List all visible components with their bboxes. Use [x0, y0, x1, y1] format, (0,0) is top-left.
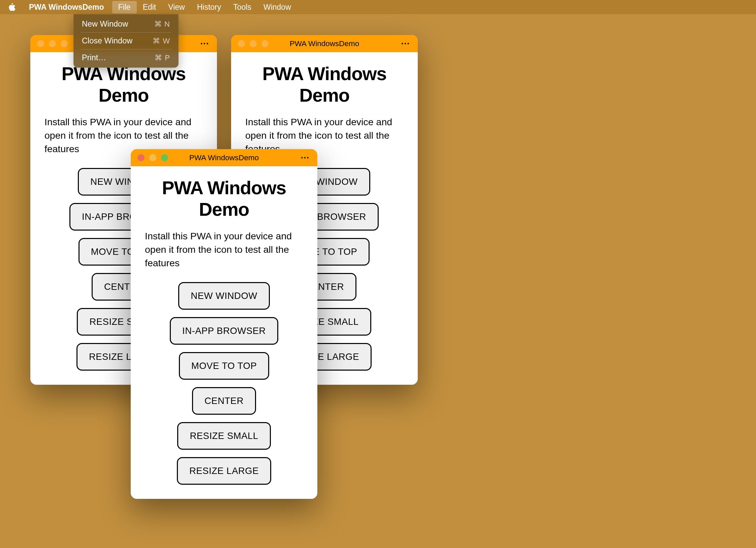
menubar-history[interactable]: History — [191, 1, 227, 13]
apple-logo-icon[interactable] — [8, 3, 16, 11]
zoom-icon[interactable] — [261, 40, 269, 47]
menubar-tools[interactable]: Tools — [227, 1, 257, 13]
title-bar[interactable]: PWA WindowsDemo ⋯ — [131, 149, 317, 166]
dropdown-item-shortcut: ⌘ W — [153, 37, 170, 45]
menubar-view[interactable]: View — [162, 1, 191, 13]
traffic-lights — [137, 154, 168, 161]
more-icon[interactable]: ⋯ — [300, 152, 311, 163]
minimize-icon[interactable] — [149, 154, 156, 161]
dropdown-item-label: Print… — [82, 53, 106, 62]
dropdown-new-window[interactable]: New Window ⌘ N — [74, 18, 178, 31]
title-bar[interactable]: PWA WindowsDemo ⋯ — [231, 35, 418, 52]
page-title: PWA Windows Demo — [145, 177, 303, 220]
resize-large-button[interactable]: RESIZE LARGE — [177, 457, 271, 485]
dropdown-item-label: New Window — [82, 20, 128, 29]
dropdown-item-label: Close Window — [82, 36, 132, 45]
dropdown-print[interactable]: Print… ⌘ P — [74, 51, 178, 64]
page-title: PWA Windows Demo — [245, 63, 404, 106]
dropdown-item-shortcut: ⌘ N — [154, 20, 170, 29]
close-icon[interactable] — [238, 40, 245, 47]
new-window-button[interactable]: NEW WINDOW — [178, 282, 270, 310]
center-button[interactable]: CENTER — [192, 387, 256, 415]
dropdown-separator — [81, 49, 171, 49]
zoom-icon[interactable] — [161, 154, 168, 161]
window-content: PWA Windows Demo Install this PWA in you… — [131, 166, 317, 499]
menubar: PWA WindowsDemo File Edit View History T… — [0, 0, 756, 14]
traffic-lights — [37, 40, 68, 47]
menubar-edit[interactable]: Edit — [137, 1, 162, 13]
app-window-3[interactable]: PWA WindowsDemo ⋯ PWA Windows Demo Insta… — [131, 149, 317, 499]
traffic-lights — [238, 40, 269, 47]
close-icon[interactable] — [37, 40, 44, 47]
in-app-browser-button[interactable]: IN-APP BROWSER — [170, 317, 278, 345]
page-description: Install this PWA in your device and open… — [145, 230, 303, 270]
menubar-app-name[interactable]: PWA WindowsDemo — [24, 1, 109, 13]
zoom-icon[interactable] — [61, 40, 68, 47]
page-title: PWA Windows Demo — [44, 63, 203, 106]
menubar-file[interactable]: File — [112, 1, 137, 13]
minimize-icon[interactable] — [250, 40, 257, 47]
dropdown-item-shortcut: ⌘ P — [155, 54, 170, 62]
close-icon[interactable] — [137, 154, 145, 161]
file-dropdown-menu: New Window ⌘ N Close Window ⌘ W Print… ⌘… — [73, 14, 179, 68]
move-to-top-button[interactable]: MOVE TO TOP — [179, 352, 270, 380]
button-grid: NEW WINDOW IN-APP BROWSER MOVE TO TOP CE… — [145, 282, 303, 485]
dropdown-separator — [81, 32, 171, 33]
more-icon[interactable]: ⋯ — [199, 38, 210, 49]
resize-small-button[interactable]: RESIZE SMALL — [177, 422, 271, 450]
menubar-window[interactable]: Window — [257, 1, 297, 13]
more-icon[interactable]: ⋯ — [400, 38, 411, 49]
dropdown-close-window[interactable]: Close Window ⌘ W — [74, 34, 178, 47]
minimize-icon[interactable] — [49, 40, 56, 47]
